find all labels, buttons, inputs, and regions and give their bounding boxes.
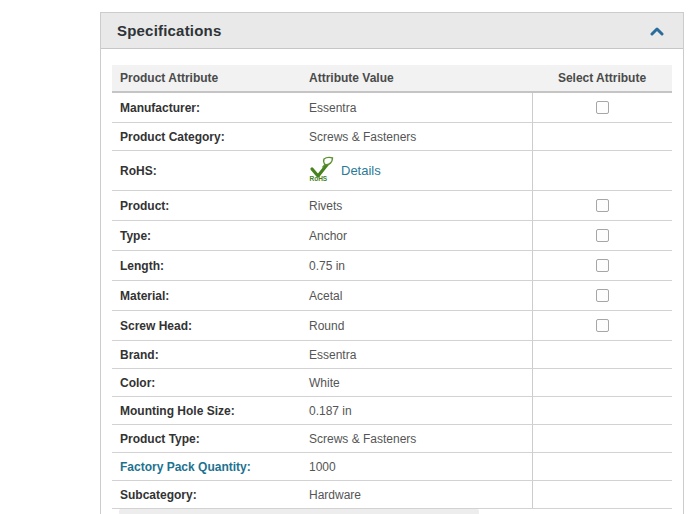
rohs-compliant-icon: RoHS [309,156,335,185]
column-header-attribute-value: Attribute Value [309,71,532,85]
attribute-label: Product Type: [112,432,309,446]
attribute-value: 0.75 in [309,259,532,273]
table-row: Brand: Essentra [112,341,672,369]
select-attribute-cell [532,311,672,340]
table-row: Material: Acetal [112,281,672,311]
table-row: Screw Head: Round [112,311,672,341]
table-header-row: Product Attribute Attribute Value Select… [112,65,672,93]
table-row: Product Type: Screws & Fasteners [112,425,672,453]
attribute-label: Subcategory: [112,488,309,502]
attribute-value: Hardware [309,488,532,502]
attribute-value-text: White [309,376,340,390]
table-row: Type: Anchor [112,221,672,251]
attribute-value-text: Acetal [309,289,342,303]
attribute-value-text: Hardware [309,488,361,502]
attribute-checkbox[interactable] [596,289,609,302]
collapse-panel-button[interactable] [647,21,667,41]
attribute-value: Essentra [309,101,532,115]
select-attribute-cell [532,425,672,452]
attribute-label: Screw Head: [112,319,309,333]
attribute-value: 0.187 in [309,404,532,418]
select-attribute-cell [532,191,672,220]
attribute-label: RoHS: [112,164,309,178]
attribute-value: Screws & Fasteners [309,432,532,446]
specifications-panel-header: Specifications [101,13,683,49]
table-row: Color: White [112,369,672,397]
rohs-details-link[interactable]: Details [341,163,381,178]
attribute-value-text: Screws & Fasteners [309,130,416,144]
attribute-label: Length: [112,259,309,273]
table-body: Manufacturer: Essentra Product Category:… [112,93,672,509]
attribute-value: Screws & Fasteners [309,130,532,144]
attribute-checkbox[interactable] [596,229,609,242]
attribute-value-text: Rivets [309,199,342,213]
table-row: Mounting Hole Size: 0.187 in [112,397,672,425]
table-row: Product Category: Screws & Fasteners [112,123,672,151]
svg-text:RoHS: RoHS [310,175,328,182]
attribute-value: RoHS Details [309,156,532,185]
attribute-label: Color: [112,376,309,390]
attribute-label: Product Category: [112,130,309,144]
table-row: Manufacturer: Essentra [112,93,672,123]
panel-body: Product Attribute Attribute Value Select… [101,49,683,509]
attribute-value-text: Screws & Fasteners [309,432,416,446]
attribute-value: Anchor [309,229,532,243]
table-row: RoHS: RoHS Details [112,151,672,191]
next-section-partial [119,509,479,514]
chevron-up-icon [650,22,664,40]
attribute-value-text: Essentra [309,348,356,362]
attribute-checkbox[interactable] [596,259,609,272]
select-attribute-cell [532,281,672,310]
attribute-checkbox[interactable] [596,319,609,332]
attribute-label: Material: [112,289,309,303]
attribute-label: Manufacturer: [112,101,309,115]
attribute-label-link[interactable]: Factory Pack Quantity: [112,460,309,474]
table-row: Subcategory: Hardware [112,481,672,509]
table-row: Factory Pack Quantity: 1000 [112,453,672,481]
attribute-checkbox[interactable] [596,199,609,212]
attribute-label: Product: [112,199,309,213]
attribute-value-text: 1000 [309,460,336,474]
attribute-value: Round [309,319,532,333]
select-attribute-cell [532,453,672,480]
attribute-label: Mounting Hole Size: [112,404,309,418]
select-attribute-cell [532,397,672,424]
attribute-value: Rivets [309,199,532,213]
table-row: Length: 0.75 in [112,251,672,281]
attribute-label: Brand: [112,348,309,362]
column-header-select-attribute: Select Attribute [532,71,672,85]
select-attribute-cell [532,221,672,250]
table-row: Product: Rivets [112,191,672,221]
attribute-value: Essentra [309,348,532,362]
panel-title: Specifications [117,22,222,39]
select-attribute-cell [532,123,672,150]
specifications-panel: Specifications Product Attribute Attribu… [100,12,684,514]
attribute-value-text: 0.187 in [309,404,352,418]
specifications-table: Product Attribute Attribute Value Select… [112,65,672,509]
attribute-checkbox[interactable] [596,101,609,114]
attribute-value-text: Anchor [309,229,347,243]
attribute-value: White [309,376,532,390]
attribute-value-text: Essentra [309,101,356,115]
attribute-value: Acetal [309,289,532,303]
select-attribute-cell [532,151,672,190]
column-header-product-attribute: Product Attribute [112,71,309,85]
select-attribute-cell [532,481,672,508]
attribute-value: 1000 [309,460,532,474]
select-attribute-cell [532,341,672,368]
rohs-value-wrap: RoHS Details [309,156,532,185]
attribute-value-text: Round [309,319,344,333]
select-attribute-cell [532,93,672,122]
select-attribute-cell [532,251,672,280]
select-attribute-cell [532,369,672,396]
attribute-label: Type: [112,229,309,243]
attribute-value-text: 0.75 in [309,259,345,273]
